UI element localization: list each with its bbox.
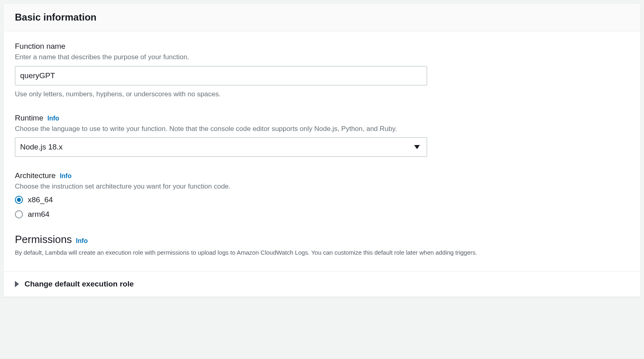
expander-label: Change default execution role: [25, 280, 134, 288]
architecture-radio-x86-64[interactable]: x86_64: [15, 195, 629, 204]
function-name-description: Enter a name that describes the purpose …: [15, 52, 629, 62]
panel-title: Basic information: [15, 12, 629, 23]
panel-body: Function name Enter a name that describe…: [4, 31, 640, 271]
radio-label-x86-64: x86_64: [28, 195, 53, 204]
radio-label-arm64: arm64: [28, 210, 50, 219]
panel-footer: Change default execution role: [4, 271, 640, 297]
architecture-radio-arm64[interactable]: arm64: [15, 210, 629, 219]
runtime-section: Runtime Info Choose the language to use …: [15, 114, 629, 157]
architecture-info-link[interactable]: Info: [60, 172, 71, 180]
runtime-select[interactable]: Node.js 18.x: [15, 137, 427, 157]
change-execution-role-expander[interactable]: Change default execution role: [15, 280, 629, 288]
runtime-info-link[interactable]: Info: [47, 115, 59, 122]
runtime-selected-value: Node.js 18.x: [20, 143, 63, 151]
architecture-section: Architecture Info Choose the instruction…: [15, 171, 629, 219]
permissions-label: Permissions: [15, 233, 72, 246]
function-name-constraint: Use only letters, numbers, hyphens, or u…: [15, 89, 629, 99]
architecture-label: Architecture: [15, 171, 56, 180]
permissions-info-link[interactable]: Info: [76, 237, 88, 245]
function-name-section: Function name Enter a name that describe…: [15, 42, 629, 99]
runtime-description: Choose the language to use to write your…: [15, 124, 629, 134]
basic-information-panel: Basic information Function name Enter a …: [3, 3, 641, 297]
triangle-right-icon: [15, 281, 19, 287]
permissions-description: By default, Lambda will create an execut…: [15, 248, 629, 257]
panel-header: Basic information: [4, 4, 640, 31]
function-name-label: Function name: [15, 42, 66, 51]
radio-icon: [15, 196, 23, 204]
runtime-label: Runtime: [15, 114, 43, 122]
function-name-input[interactable]: [15, 66, 427, 85]
architecture-description: Choose the instruction set architecture …: [15, 182, 629, 191]
permissions-section: Permissions Info By default, Lambda will…: [15, 233, 629, 257]
radio-icon: [15, 210, 23, 218]
